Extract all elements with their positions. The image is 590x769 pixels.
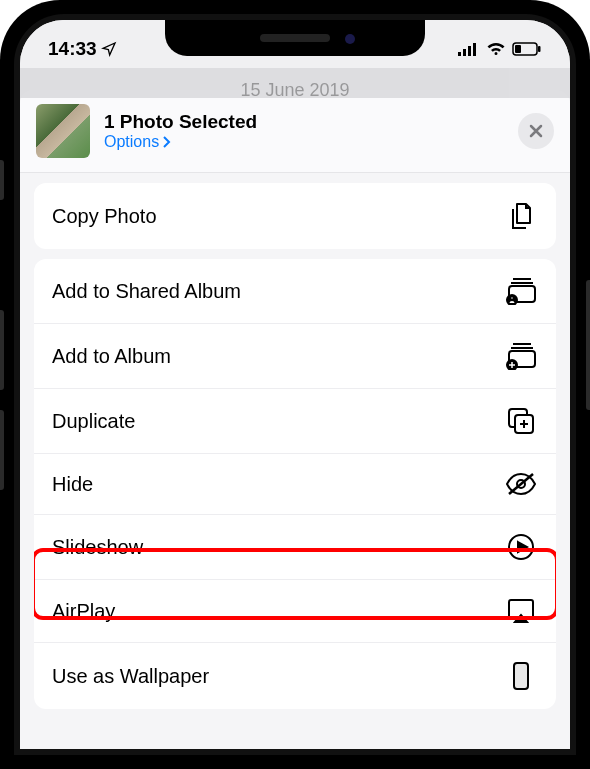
play-circle-icon (507, 533, 535, 561)
share-sheet: 1 Photo Selected Options Copy P (20, 90, 570, 749)
slideshow-row[interactable]: Slideshow (34, 514, 556, 579)
phone-icon (512, 661, 530, 691)
add-album-row[interactable]: Add to Album (34, 323, 556, 388)
row-label: AirPlay (52, 600, 115, 623)
location-arrow-icon (101, 41, 117, 57)
volume-down (0, 410, 4, 490)
mute-switch (0, 160, 4, 200)
row-label: Add to Shared Album (52, 280, 241, 303)
add-shared-album-row[interactable]: Add to Shared Album (34, 259, 556, 323)
photo-thumbnail (36, 104, 90, 158)
row-label: Add to Album (52, 345, 171, 368)
shared-album-icon (505, 277, 537, 305)
svg-rect-6 (538, 46, 541, 52)
duplicate-icon (507, 407, 535, 435)
svg-rect-25 (514, 663, 528, 689)
battery-icon (512, 42, 542, 56)
sheet-header: 1 Photo Selected Options (20, 90, 570, 173)
hide-icon (505, 472, 537, 496)
airplay-row[interactable]: AirPlay (34, 579, 556, 642)
svg-rect-1 (463, 49, 466, 56)
action-group: Copy Photo (34, 183, 556, 249)
duplicate-row[interactable]: Duplicate (34, 388, 556, 453)
volume-up (0, 310, 4, 390)
screen: 14:33 15 June 2019 1 Photo Selected (20, 20, 570, 749)
phone-frame: 14:33 15 June 2019 1 Photo Selected (0, 0, 590, 769)
power-button (586, 280, 590, 410)
nav-bar-peek: 15 June 2019 (20, 68, 570, 98)
wifi-icon (486, 42, 506, 56)
svg-rect-3 (473, 43, 476, 56)
options-label: Options (104, 133, 159, 151)
svg-rect-0 (458, 52, 461, 56)
copy-icon (507, 201, 535, 231)
close-icon (528, 123, 544, 139)
row-label: Use as Wallpaper (52, 665, 209, 688)
status-time: 14:33 (48, 38, 97, 60)
svg-rect-5 (515, 45, 521, 53)
options-button[interactable]: Options (104, 133, 504, 151)
row-label: Slideshow (52, 536, 143, 559)
cellular-icon (458, 42, 480, 56)
sheet-title: 1 Photo Selected (104, 111, 504, 133)
action-group: Add to Shared Album Add to Album (34, 259, 556, 709)
copy-photo-row[interactable]: Copy Photo (34, 183, 556, 249)
chevron-right-icon (161, 136, 171, 148)
close-button[interactable] (518, 113, 554, 149)
hide-row[interactable]: Hide (34, 453, 556, 514)
wallpaper-row[interactable]: Use as Wallpaper (34, 642, 556, 709)
airplay-icon (505, 598, 537, 624)
row-label: Copy Photo (52, 205, 157, 228)
add-album-icon (505, 342, 537, 370)
row-label: Duplicate (52, 410, 135, 433)
notch (165, 20, 425, 56)
svg-rect-2 (468, 46, 471, 56)
row-label: Hide (52, 473, 93, 496)
